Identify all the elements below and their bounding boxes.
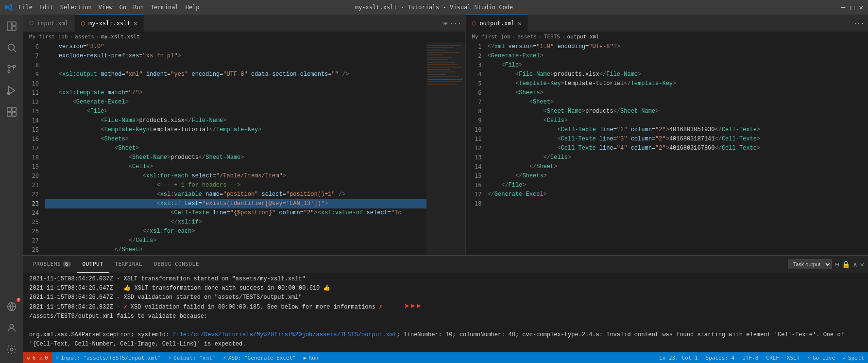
right-line-numbers: 1 2 3 4 5 6 7 8 9 10 11 12 13 xyxy=(466,42,485,255)
more-actions-icon[interactable]: ··· xyxy=(449,19,461,27)
status-golive[interactable]: ⚡ Go Live xyxy=(803,352,839,363)
status-ln-col[interactable]: Ln 23, Col 1 xyxy=(655,352,701,363)
breadcrumb-job[interactable]: My first job xyxy=(29,34,68,40)
panel-content[interactable]: 2021-11-15T08:54:26.037Z - XSLT transfor… xyxy=(23,273,868,352)
right-code-area[interactable]: 1 2 3 4 5 6 7 8 9 10 11 12 13 xyxy=(466,42,868,255)
tab-output-xml-close[interactable]: ✕ xyxy=(518,19,522,27)
activity-remote-icon[interactable]: ! xyxy=(2,297,21,316)
status-encoding[interactable]: UTF-8 xyxy=(738,352,762,363)
r-code-line-8: <Sheet-Name>products</Sheet-Name> xyxy=(487,107,868,116)
panel-tab-debug[interactable]: DEBUG CONSOLE xyxy=(148,256,205,273)
activity-run-debug-icon[interactable] xyxy=(2,81,21,100)
left-code-lines: version="3.0" exclude-result-prefixes="x… xyxy=(43,42,426,255)
warning-icon: △ xyxy=(39,355,43,361)
tab-my-xslt-close[interactable]: ✕ xyxy=(134,19,137,27)
right-breadcrumb-tests[interactable]: TESTS xyxy=(544,34,560,40)
code-line-14: <File-Name>products.xlsx</File-Name> xyxy=(45,116,426,125)
panel-tab-terminal[interactable]: TERMINAL xyxy=(109,256,148,273)
code-line-23: <xsl:if test="exists(Identifier[@key='EA… xyxy=(45,199,426,208)
tab-output-xml[interactable]: ⬡ output.xml ✕ xyxy=(466,15,528,32)
tabs-actions: ⊞ ··· xyxy=(443,19,466,27)
activity-source-control-icon[interactable] xyxy=(2,59,21,79)
activity-extensions-icon[interactable] xyxy=(2,102,21,121)
problems-badge: 6 xyxy=(63,261,71,267)
status-spaces[interactable]: Spaces: 4 xyxy=(702,352,739,363)
right-more-actions-icon[interactable]: ··· xyxy=(853,20,864,27)
status-spell[interactable]: ✓ Spell xyxy=(839,352,868,363)
right-tab-actions: ··· xyxy=(853,20,868,27)
status-spaces-label: Spaces: 4 xyxy=(706,355,735,361)
r-code-line-1: <?xml version="1.0" encoding="UTF-8"?> xyxy=(487,42,868,52)
activity-explorer-icon[interactable] xyxy=(2,17,21,36)
status-encoding-label: UTF-8 xyxy=(742,355,758,361)
panel-lock-icon[interactable]: 🔒 xyxy=(842,260,850,268)
window-controls[interactable]: ─ □ ✕ xyxy=(841,3,863,11)
xml-output-file-icon: ⬡ xyxy=(472,20,477,27)
status-eol[interactable]: CRLF xyxy=(762,352,783,363)
activity-settings-icon[interactable] xyxy=(2,340,21,359)
code-line-24: <Cell-Texte line="{$position}" column="2… xyxy=(45,208,426,218)
r-code-line-17: </Generate-Excel> xyxy=(487,190,868,199)
status-language[interactable]: XSLT xyxy=(783,352,804,363)
status-input-label: Input: "assets/TESTS/input.xml" xyxy=(61,355,160,361)
activity-account-icon[interactable] xyxy=(2,318,21,338)
split-editor-icon[interactable]: ⊞ xyxy=(443,19,447,27)
right-tabs-container: ⬡ output.xml ✕ ··· xyxy=(466,15,868,32)
task-output-select[interactable]: Task output xyxy=(788,259,832,269)
title-bar: File Edit Selection View Go Run Terminal… xyxy=(0,0,868,15)
status-bar: ⊘ 6 △ 0 ⚡ Input: "assets/TESTS/input.xml… xyxy=(23,352,868,363)
panel-layout-icon[interactable]: ⊟ xyxy=(835,260,839,268)
tab-my-xslt-label: my-xslt.xslt xyxy=(88,20,131,27)
warning-count: 0 xyxy=(45,355,48,361)
code-line-12: <Generate-Excel> xyxy=(45,98,426,107)
menu-file[interactable]: File xyxy=(18,4,33,11)
breadcrumb-assets[interactable]: assets xyxy=(75,34,94,40)
panel-collapse-icon[interactable]: ∧ xyxy=(853,260,857,268)
activity-search-icon[interactable] xyxy=(2,38,21,57)
status-input[interactable]: ⚡ Input: "assets/TESTS/input.xml" xyxy=(52,352,165,363)
maximize-button[interactable]: □ xyxy=(850,3,854,11)
svg-point-3 xyxy=(8,44,15,51)
tab-my-xslt[interactable]: ⬡ my-xslt.xslt ✕ xyxy=(75,15,144,32)
status-eol-label: CRLF xyxy=(766,355,779,361)
minimize-button[interactable]: ─ xyxy=(841,3,845,11)
tab-input-xml[interactable]: ⬡ input.xml xyxy=(23,15,75,32)
panel-line-2: 2021-11-15T08:54:26.647Z - 👍 XSLT transf… xyxy=(29,284,862,293)
status-errors[interactable]: ⊘ 6 △ 0 xyxy=(23,352,52,363)
left-code-area[interactable]: 6 7 8 9 10 11 12 13 14 15 16 17 xyxy=(23,42,465,255)
panel-tab-output[interactable]: OUTPUT xyxy=(77,256,109,273)
menu-bar[interactable]: File Edit Selection View Go Run Terminal… xyxy=(18,4,200,11)
status-output-label: Output: "xml" xyxy=(173,355,215,361)
r-code-line-12: <Cell-Texte line="4" column="2">40168031… xyxy=(487,144,868,153)
menu-help[interactable]: Help xyxy=(186,4,200,11)
right-breadcrumb-assets[interactable]: assets xyxy=(517,34,537,40)
error-icon: ⊘ xyxy=(27,355,31,361)
menu-selection[interactable]: Selection xyxy=(60,4,92,11)
svg-point-15 xyxy=(10,325,13,328)
breadcrumb-file[interactable]: my-xslt.xslt xyxy=(101,34,139,40)
close-button[interactable]: ✕ xyxy=(859,3,863,11)
panel-close-icon[interactable]: ✕ xyxy=(860,260,864,268)
current-line-number: 23 xyxy=(27,199,39,208)
editor-area: ⬡ input.xml ⬡ my-xslt.xslt ✕ ⊞ ··· M xyxy=(23,15,868,363)
menu-terminal[interactable]: Terminal xyxy=(151,4,179,11)
panel-tab-problems[interactable]: PROBLEMS 6 xyxy=(27,256,77,273)
vscode-logo-icon xyxy=(5,3,13,11)
code-line-16: <Sheets> xyxy=(45,135,426,144)
right-breadcrumb-job[interactable]: My first job xyxy=(472,34,510,40)
menu-view[interactable]: View xyxy=(99,4,113,11)
r-code-line-14: </Sheet> xyxy=(487,162,868,172)
menu-go[interactable]: Go xyxy=(119,4,126,11)
code-line-7: exclude-result-prefixes="xs fn pl"> xyxy=(45,52,426,61)
status-xsd[interactable]: ⚡ XSD: "Generate Excel" xyxy=(219,352,300,363)
right-breadcrumb-file[interactable]: output.xml xyxy=(567,34,599,40)
menu-edit[interactable]: Edit xyxy=(39,4,53,11)
status-xsd-label: XSD: "Generate Excel" xyxy=(228,355,296,361)
left-code-content: 6 7 8 9 10 11 12 13 14 15 16 17 xyxy=(23,42,465,255)
r-code-line-6: <Sheets> xyxy=(487,88,868,98)
r-code-line-4: <File-Name>products.xlsx</File-Name> xyxy=(487,70,868,79)
status-output-ref[interactable]: ⚡ Output: "xml" xyxy=(164,352,219,363)
r-code-line-5: <Template-Key>template-tutorial</Templat… xyxy=(487,79,868,88)
status-run[interactable]: ▶ Run xyxy=(300,352,323,363)
menu-run[interactable]: Run xyxy=(133,4,144,11)
